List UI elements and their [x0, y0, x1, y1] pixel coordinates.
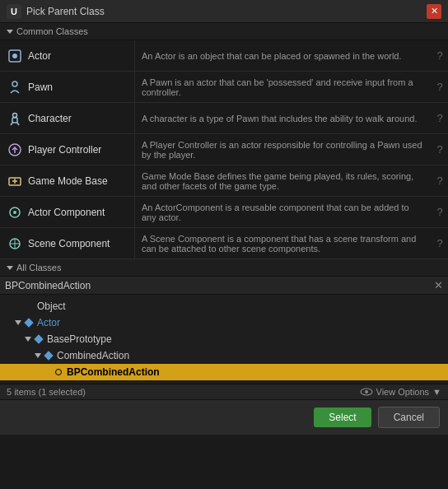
actor-icon: [7, 48, 23, 64]
cancel-button[interactable]: Cancel: [378, 407, 440, 428]
tree-item-combined-action[interactable]: CombinedAction: [0, 347, 448, 364]
tree-area: Object Actor BasePrototype: [0, 295, 448, 384]
player-controller-icon: [7, 142, 23, 158]
button-bar: Select Cancel: [0, 399, 448, 435]
help-icon-actor[interactable]: ?: [432, 40, 448, 71]
search-clear-button[interactable]: ✕: [434, 279, 443, 291]
class-left-actor: Actor: [0, 40, 135, 71]
svg-rect-4: [12, 118, 17, 123]
all-classes-label: All Classes: [16, 263, 61, 272]
expanded-arrow-bp-icon: [25, 337, 31, 342]
search-input[interactable]: [5, 280, 431, 291]
view-options-button[interactable]: View Options ▼: [360, 387, 442, 397]
class-name-character: Character: [28, 113, 72, 124]
svg-line-6: [17, 123, 19, 125]
window-title: Pick Parent Class: [26, 6, 105, 17]
class-left-actor-component: Actor Component: [0, 197, 135, 227]
actor-tree-icon: [23, 317, 35, 328]
tree-item-object[interactable]: Object: [0, 298, 448, 314]
class-desc-player-controller: A Player Controller is an actor responsi…: [135, 134, 432, 165]
class-desc-game-mode-base: Game Mode Base defines the game being pl…: [135, 165, 432, 196]
tree-label-combined-action: CombinedAction: [57, 350, 129, 361]
class-row-player-controller[interactable]: Player Controller A Player Controller is…: [0, 134, 448, 165]
view-options-arrow-icon: ▼: [432, 387, 441, 397]
tree-label-actor: Actor: [37, 317, 60, 328]
common-classes-list: Actor An Actor is an object that can be …: [0, 40, 448, 259]
title-bar: U Pick Parent Class ✕: [0, 0, 448, 23]
class-name-pawn: Pawn: [28, 82, 53, 93]
svg-point-1: [12, 54, 17, 58]
class-left-scene-component: Scene Component: [0, 228, 135, 258]
class-left-character: Character: [0, 103, 135, 133]
svg-line-5: [11, 123, 12, 125]
collapse-arrow-icon: [7, 30, 13, 34]
expanded-arrow-ca-icon: [35, 353, 41, 358]
class-name-actor-component: Actor Component: [28, 207, 105, 218]
tree-label-bp-combined-action: BPCombinedAction: [67, 366, 160, 378]
class-row-pawn[interactable]: Pawn A Pawn is an actor that can be 'pos…: [0, 72, 448, 103]
class-row-actor-component[interactable]: Actor Component An ActorComponent is a r…: [0, 197, 448, 228]
tree-label-base-prototype: BasePrototype: [47, 333, 112, 345]
pawn-icon: [7, 79, 23, 95]
search-bar: ✕: [0, 277, 448, 295]
common-classes-label: Common Classes: [16, 26, 88, 36]
game-mode-base-icon: [7, 173, 23, 189]
class-row-scene-component[interactable]: Scene Component A Scene Component is a c…: [0, 228, 448, 259]
class-row-game-mode-base[interactable]: Game Mode Base Game Mode Base defines th…: [0, 165, 448, 197]
object-icon: [23, 300, 35, 312]
view-options-label: View Options: [376, 387, 430, 397]
tree-arrow-bp-combined-action: [43, 367, 53, 377]
tree-item-bp-combined-action[interactable]: BPCombinedAction: [0, 364, 448, 380]
svg-point-18: [365, 390, 368, 394]
tree-label-object: Object: [37, 300, 66, 312]
status-bar: 5 items (1 selected) View Options ▼: [0, 384, 448, 399]
character-icon: [7, 110, 23, 127]
svg-point-2: [12, 82, 17, 86]
class-desc-scene-component: A Scene Component is a component that ha…: [135, 228, 432, 258]
class-desc-actor: An Actor is an object that can be placed…: [135, 40, 432, 71]
help-icon-game-mode-base[interactable]: ?: [432, 165, 448, 196]
help-icon-pawn[interactable]: ?: [432, 72, 448, 102]
svg-point-13: [13, 211, 16, 214]
class-name-player-controller: Player Controller: [28, 144, 101, 156]
combined-action-icon: [43, 350, 54, 361]
expanded-arrow-icon: [15, 320, 21, 325]
class-row-actor[interactable]: Actor An Actor is an object that can be …: [0, 40, 448, 72]
select-button[interactable]: Select: [314, 408, 371, 427]
all-classes-collapse-icon: [7, 266, 13, 270]
class-desc-actor-component: An ActorComponent is a reusable componen…: [135, 197, 432, 227]
class-left-game-mode-base: Game Mode Base: [0, 165, 135, 196]
all-classes-header: All Classes: [0, 259, 448, 277]
tree-item-base-prototype[interactable]: BasePrototype: [0, 331, 448, 347]
tree-arrow-base-prototype: [23, 334, 33, 344]
title-bar-left: U Pick Parent Class: [7, 4, 105, 19]
class-left-player-controller: Player Controller: [0, 134, 135, 165]
ue-logo: U: [7, 4, 21, 19]
base-prototype-icon: [33, 333, 44, 345]
help-icon-player-controller[interactable]: ?: [432, 134, 448, 165]
help-icon-character[interactable]: ?: [432, 103, 448, 133]
class-name-game-mode-base: Game Mode Base: [28, 175, 108, 187]
close-button[interactable]: ✕: [427, 4, 441, 19]
items-count: 5 items (1 selected): [7, 387, 86, 397]
help-icon-actor-component[interactable]: ?: [432, 197, 448, 227]
class-desc-character: A character is a type of Pawn that inclu…: [135, 103, 432, 133]
tree-arrow-actor: [13, 318, 23, 328]
help-icon-scene-component[interactable]: ?: [432, 228, 448, 258]
svg-point-3: [13, 113, 17, 117]
class-name-scene-component: Scene Component: [28, 238, 110, 249]
actor-component-icon: [7, 204, 23, 221]
tree-item-actor[interactable]: Actor: [0, 314, 448, 331]
class-row-character[interactable]: Character A character is a type of Pawn …: [0, 103, 448, 134]
eye-icon: [360, 387, 373, 397]
tree-arrow-object: [13, 301, 23, 311]
common-classes-header: Common Classes: [0, 23, 448, 40]
scene-component-icon: [7, 235, 23, 252]
class-left-pawn: Pawn: [0, 72, 135, 102]
class-desc-pawn: A Pawn is an actor that can be 'possesse…: [135, 72, 432, 102]
bp-combined-action-icon: [53, 366, 64, 378]
tree-arrow-combined-action: [33, 351, 43, 361]
class-name-actor: Actor: [28, 50, 51, 62]
